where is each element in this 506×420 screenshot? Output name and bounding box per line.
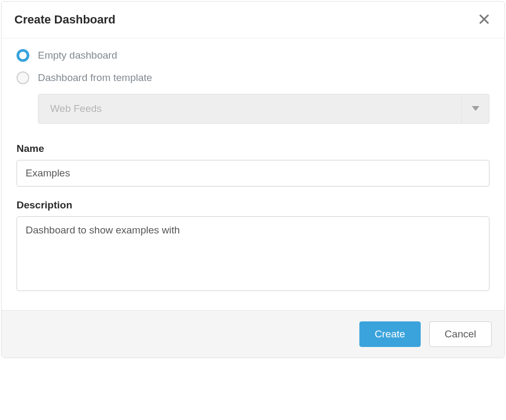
description-input[interactable] (17, 216, 489, 291)
cancel-button[interactable]: Cancel (429, 321, 492, 347)
modal-title: Create Dashboard (14, 13, 116, 27)
radio-template-label: Dashboard from template (38, 72, 152, 84)
radio-icon-unchecked (17, 71, 29, 84)
chevron-down-icon (461, 94, 489, 123)
template-select-value: Web Feeds (50, 103, 102, 115)
radio-icon-checked (17, 49, 29, 62)
create-dashboard-modal: Create Dashboard Empty dashboard Dashboa… (1, 1, 505, 358)
modal-header: Create Dashboard (2, 2, 504, 38)
description-field-group: Description (17, 199, 489, 293)
description-label: Description (17, 199, 489, 211)
close-icon[interactable] (477, 11, 492, 28)
template-select[interactable]: Web Feeds (38, 94, 489, 124)
name-label: Name (17, 143, 489, 155)
create-button[interactable]: Create (359, 321, 421, 347)
svg-marker-2 (472, 106, 479, 111)
modal-footer: Create Cancel (2, 310, 504, 358)
template-select-wrap: Web Feeds (38, 94, 489, 124)
modal-body: Empty dashboard Dashboard from template … (2, 38, 504, 310)
name-input[interactable] (17, 160, 489, 187)
name-field-group: Name (17, 143, 489, 187)
dashboard-type-radio-group: Empty dashboard Dashboard from template (17, 49, 489, 84)
radio-template-dashboard[interactable]: Dashboard from template (17, 71, 489, 84)
radio-empty-label: Empty dashboard (38, 50, 117, 61)
radio-empty-dashboard[interactable]: Empty dashboard (17, 49, 489, 62)
